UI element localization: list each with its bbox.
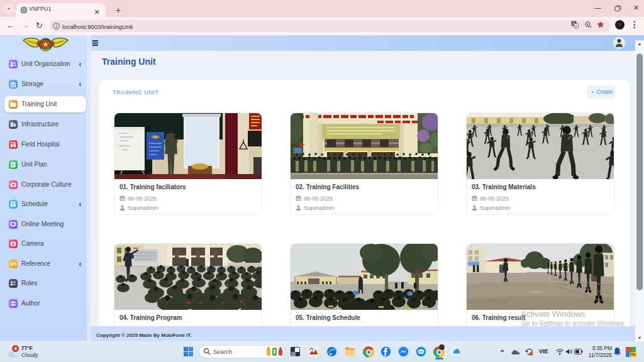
svg-text:文: 文	[575, 24, 578, 28]
svg-text:Zalo: Zalo	[418, 350, 424, 353]
svg-text:4: 4	[14, 346, 17, 351]
svg-text:H: H	[13, 143, 15, 145]
svg-text:PRE: PRE	[630, 353, 636, 356]
